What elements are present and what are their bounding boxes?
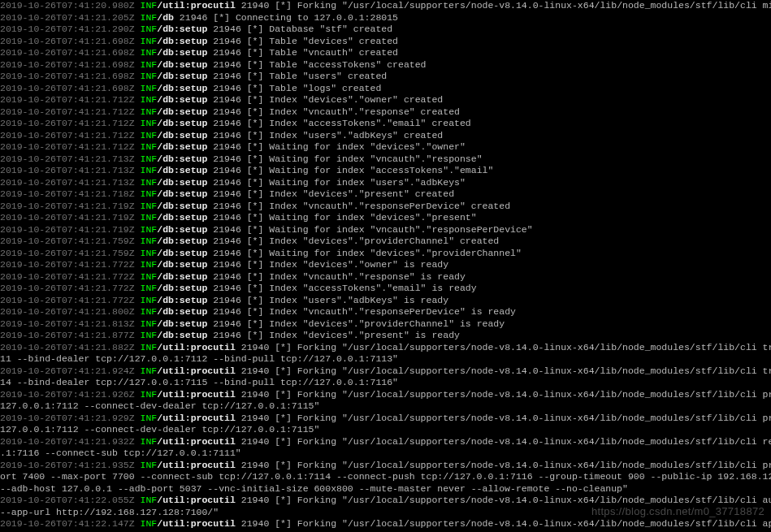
log-pid: 21946 bbox=[207, 177, 246, 188]
log-line: 2019-10-26T07:41:21.698Z INF/db:setup 21… bbox=[0, 47, 771, 59]
log-level: INF bbox=[141, 0, 158, 11]
log-source: /db:setup bbox=[157, 47, 207, 58]
log-source: /db:setup bbox=[157, 188, 207, 199]
log-level: INF bbox=[141, 188, 158, 199]
log-line-continuation: 127.0.0.1:7112 --connect-dev-dealer tcp:… bbox=[0, 400, 771, 413]
log-level: INF bbox=[141, 248, 158, 258]
log-message: [*] Forking "/usr/local/supporters/node-… bbox=[275, 460, 771, 470]
log-line: 2019-10-26T07:41:21.932Z INF/util:procut… bbox=[0, 436, 771, 448]
log-source: /util:procutil bbox=[157, 413, 236, 423]
log-level: INF bbox=[141, 365, 158, 376]
log-message: [*] Index "vncauth"."response" is ready bbox=[247, 271, 466, 282]
log-message: [*] Forking "/usr/local/supporters/node-… bbox=[275, 342, 771, 353]
log-level: INF bbox=[141, 24, 158, 34]
log-timestamp: 2019-10-26T07:41:21.698Z bbox=[0, 59, 141, 70]
log-source: /util:procutil bbox=[157, 389, 236, 400]
log-source: /db:setup bbox=[157, 271, 207, 282]
log-pid: 21946 bbox=[207, 118, 246, 128]
log-pid: 21946 bbox=[207, 236, 246, 246]
log-message: [*] Forking "/usr/local/supporters/node-… bbox=[275, 518, 771, 529]
log-source: /db:setup bbox=[157, 283, 207, 293]
log-level: INF bbox=[141, 518, 158, 529]
log-line: 2019-10-26T07:41:21.712Z INF/db:setup 21… bbox=[0, 94, 771, 106]
log-level: INF bbox=[141, 83, 158, 93]
log-timestamp: 2019-10-26T07:41:20.980Z bbox=[0, 0, 141, 11]
log-source: /util:procutil bbox=[157, 365, 236, 376]
log-level: INF bbox=[141, 413, 158, 423]
log-source: /db:setup bbox=[157, 83, 207, 93]
log-source: /db:setup bbox=[157, 24, 207, 34]
log-level: INF bbox=[141, 12, 158, 23]
log-line: 2019-10-26T07:41:21.698Z INF/db:setup 21… bbox=[0, 59, 771, 71]
log-timestamp: 2019-10-26T07:41:21.813Z bbox=[0, 318, 141, 329]
log-level: INF bbox=[141, 201, 158, 211]
log-line: 2019-10-26T07:41:21.713Z INF/db:setup 21… bbox=[0, 177, 771, 189]
log-pid: 21946 bbox=[207, 106, 246, 117]
log-line: 2019-10-26T07:41:21.698Z INF/db:setup 21… bbox=[0, 71, 771, 83]
log-source: /db:setup bbox=[157, 71, 207, 81]
log-timestamp: 2019-10-26T07:41:21.772Z bbox=[0, 271, 141, 282]
log-pid: 21946 bbox=[207, 283, 246, 293]
log-source: /db:setup bbox=[157, 201, 207, 211]
terminal-output: 2019-10-26T07:41:20.980Z INF/util:procut… bbox=[0, 0, 771, 532]
log-message: [*] Table "logs" created bbox=[247, 83, 382, 93]
log-level: INF bbox=[141, 318, 158, 329]
log-timestamp: 2019-10-26T07:41:21.929Z bbox=[0, 413, 141, 423]
log-level: INF bbox=[141, 342, 158, 353]
watermark: https://blog.csdn.net/m0_37718872 bbox=[591, 506, 765, 518]
log-line: 2019-10-26T07:41:21.772Z INF/db:setup 21… bbox=[0, 271, 771, 283]
log-timestamp: 2019-10-26T07:41:21.759Z bbox=[0, 248, 141, 258]
log-message: [*] Index "devices"."present" created bbox=[247, 188, 454, 199]
log-pid: 21946 bbox=[174, 12, 213, 23]
log-source: /db:setup bbox=[157, 165, 207, 175]
log-timestamp: 2019-10-26T07:41:21.712Z bbox=[0, 118, 141, 128]
log-level: INF bbox=[141, 141, 158, 152]
log-pid: 21940 bbox=[236, 365, 275, 376]
log-source: /util:procutil bbox=[157, 0, 236, 11]
log-message: [*] Index "devices"."owner" is ready bbox=[247, 259, 448, 270]
log-source: /db:setup bbox=[157, 306, 207, 317]
log-pid: 21946 bbox=[207, 295, 246, 305]
log-level: INF bbox=[141, 47, 158, 58]
log-line: 2019-10-26T07:41:21.813Z INF/db:setup 21… bbox=[0, 318, 771, 331]
log-message: [*] Waiting for index "devices"."present… bbox=[247, 212, 477, 223]
log-line-continuation: 14 --bind-dealer tcp://127.0.0.1:7115 --… bbox=[0, 377, 771, 389]
log-timestamp: 2019-10-26T07:41:22.055Z bbox=[0, 495, 141, 505]
log-timestamp: 2019-10-26T07:41:21.205Z bbox=[0, 12, 141, 23]
log-pid: 21946 bbox=[207, 71, 246, 81]
log-line: 2019-10-26T07:41:21.719Z INF/db:setup 21… bbox=[0, 201, 771, 213]
log-line: 2019-10-26T07:41:21.712Z INF/db:setup 21… bbox=[0, 106, 771, 119]
log-pid: 21940 bbox=[236, 342, 275, 353]
log-line-continuation: ort 7400 --max-port 7700 --connect-sub t… bbox=[0, 471, 771, 483]
log-pid: 21946 bbox=[207, 141, 246, 152]
log-level: INF bbox=[141, 36, 158, 46]
log-line: 2019-10-26T07:41:21.926Z INF/util:procut… bbox=[0, 389, 771, 401]
log-timestamp: 2019-10-26T07:41:21.698Z bbox=[0, 47, 141, 58]
log-timestamp: 2019-10-26T07:41:21.713Z bbox=[0, 154, 141, 164]
log-pid: 21946 bbox=[207, 306, 246, 317]
log-timestamp: 2019-10-26T07:41:21.926Z bbox=[0, 389, 141, 400]
log-timestamp: 2019-10-26T07:41:21.712Z bbox=[0, 106, 141, 117]
log-line: 2019-10-26T07:41:21.882Z INF/util:procut… bbox=[0, 342, 771, 354]
log-line: 2019-10-26T07:41:21.772Z INF/db:setup 21… bbox=[0, 259, 771, 271]
log-line: 2019-10-26T07:41:20.980Z INF/util:procut… bbox=[0, 0, 771, 12]
log-line: 2019-10-26T07:41:21.290Z INF/db:setup 21… bbox=[0, 24, 771, 36]
log-pid: 21946 bbox=[207, 59, 246, 70]
log-timestamp: 2019-10-26T07:41:21.882Z bbox=[0, 342, 141, 353]
log-message: [*] Index "users"."adbKeys" is ready bbox=[247, 295, 448, 305]
log-level: INF bbox=[141, 165, 158, 175]
log-pid: 21946 bbox=[207, 201, 246, 211]
log-level: INF bbox=[141, 212, 158, 223]
log-level: INF bbox=[141, 436, 158, 447]
log-timestamp: 2019-10-26T07:41:21.712Z bbox=[0, 141, 141, 152]
log-source: /db:setup bbox=[157, 141, 207, 152]
log-source: /db:setup bbox=[157, 295, 207, 305]
log-line: 2019-10-26T07:41:21.877Z INF/db:setup 21… bbox=[0, 330, 771, 342]
log-message: [*] Forking "/usr/local/supporters/node-… bbox=[275, 495, 771, 505]
log-line: 2019-10-26T07:41:21.759Z INF/db:setup 21… bbox=[0, 248, 771, 260]
log-message: [*] Waiting for index "devices"."owner" bbox=[247, 141, 466, 152]
log-pid: 21946 bbox=[207, 259, 246, 270]
log-timestamp: 2019-10-26T07:41:21.698Z bbox=[0, 83, 141, 93]
log-timestamp: 2019-10-26T07:41:21.800Z bbox=[0, 306, 141, 317]
log-line: 2019-10-26T07:41:21.205Z INF/db 21946 [*… bbox=[0, 12, 771, 24]
